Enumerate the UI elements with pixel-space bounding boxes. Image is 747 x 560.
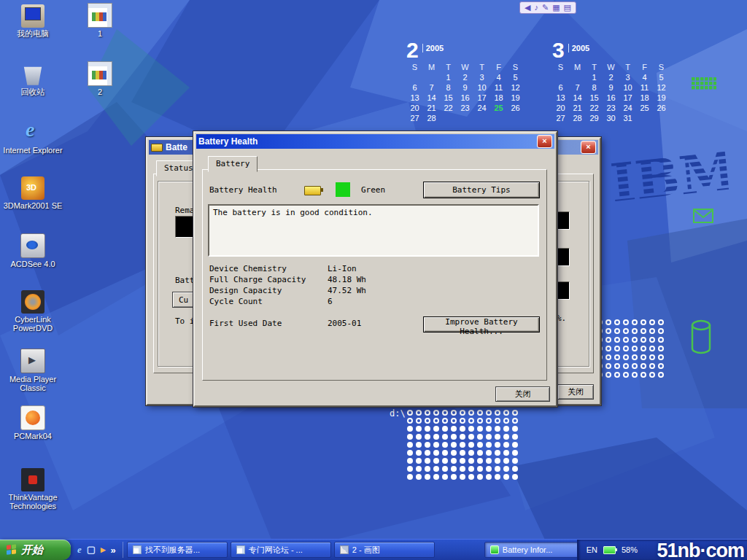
- desktop-file-label: 1: [98, 29, 102, 38]
- my-computer-icon: [21, 4, 44, 28]
- close-icon[interactable]: ×: [537, 135, 552, 148]
- drive-label: d:\: [390, 408, 406, 419]
- calendar-date: 26: [653, 104, 670, 112]
- calendar-date: 13: [552, 93, 569, 102]
- calendar-date: 3: [619, 73, 636, 82]
- calendar-date: 1: [586, 73, 603, 82]
- media-player-icon[interactable]: ▸: [101, 544, 106, 556]
- desktop-icon-mpc[interactable]: Media Player Classic: [1, 349, 64, 392]
- desktop-icon-benchmark[interactable]: 3DMark2001 SE: [1, 176, 64, 210]
- calendar-date: 16: [603, 93, 619, 102]
- close-button[interactable]: 关闭: [557, 384, 594, 400]
- language-indicator[interactable]: EN: [587, 545, 597, 554]
- calendar-day-header: S: [406, 63, 423, 71]
- pen-icon[interactable]: ✎: [542, 3, 549, 12]
- desktop-icon-acdsee[interactable]: ACDSee 4.0: [1, 233, 64, 268]
- calendar-3-2005: 32005SMTWTFS1234567891011121314151617181…: [552, 39, 670, 122]
- show-desktop-icon[interactable]: ▢: [87, 544, 96, 556]
- task-buttons-area: 找不到服务器...专门网论坛 - ...2 - 画图Battery Infor.…: [123, 542, 577, 558]
- mpc-icon: [20, 349, 45, 373]
- close-icon[interactable]: ×: [581, 141, 596, 154]
- quick-launch: e ▢ ▸ »: [71, 542, 123, 558]
- condition-textbox[interactable]: The battery is in good condition.: [208, 204, 539, 257]
- task-label: 专门网论坛 - ...: [249, 545, 303, 556]
- battery-tray-icon[interactable]: [603, 546, 616, 554]
- paint-icon: [340, 545, 349, 554]
- calendar-date: 21: [569, 104, 586, 112]
- improve-battery-health-button[interactable]: Improve Battery Health...: [423, 316, 540, 332]
- calendar-date: 18: [636, 93, 653, 102]
- dialog-titlebar[interactable]: Battery Health ×: [196, 134, 554, 149]
- input-arrow-icon[interactable]: ◀: [525, 3, 530, 12]
- calendar-date: [507, 114, 524, 122]
- calendar-2-2005: 22005SMTWTFS1234567891011121314151617181…: [406, 39, 524, 122]
- panel-icon[interactable]: ▤: [564, 3, 571, 12]
- internet-explorer-icon[interactable]: e: [77, 544, 82, 556]
- calendar-date: 15: [440, 93, 457, 102]
- row-value: Li-Ion: [328, 264, 357, 273]
- calendar-grid: SMTWTFS123456789101112131415161718192021…: [406, 63, 524, 122]
- calendar-date: [636, 114, 653, 122]
- battery-health-dialog: Battery Health × Battery Battery Health …: [193, 131, 557, 407]
- calendar-date: [457, 114, 473, 122]
- chevron-more-icon[interactable]: »: [111, 545, 116, 556]
- taskbar-task[interactable]: 专门网论坛 - ...: [231, 542, 331, 558]
- start-label: 开始: [21, 543, 43, 557]
- jpg-file-icon: [88, 3, 112, 28]
- sound-icon[interactable]: ♪: [534, 3, 538, 12]
- calendar-date: 28: [569, 114, 586, 122]
- calendar-date: 10: [473, 83, 490, 92]
- desktop-file[interactable]: 2: [69, 61, 131, 96]
- close-button[interactable]: 关闭: [495, 386, 550, 402]
- recycle-bin-icon: [21, 63, 44, 86]
- language-bar[interactable]: ◀♪✎▦▤: [519, 1, 576, 14]
- desktop-icon-ie[interactable]: Internet Explorer: [1, 121, 64, 155]
- soft-keyboard-icon[interactable]: ▦: [552, 3, 560, 12]
- calendar-day-header: S: [507, 63, 524, 71]
- desktop-icon-label: 回收站: [21, 88, 45, 96]
- calendar-date: 24: [473, 104, 490, 112]
- calendar-date: 30: [603, 114, 619, 122]
- taskbar-task[interactable]: 找不到服务器...: [127, 542, 228, 558]
- battery-tips-button[interactable]: Battery Tips: [423, 182, 540, 198]
- taskbar-task[interactable]: 2 - 画图: [334, 542, 435, 558]
- thinkvantage-icon: [21, 468, 44, 491]
- current-button[interactable]: Cu: [172, 292, 195, 308]
- calendar-date: 2: [457, 73, 473, 82]
- desktop-icon-recycle-bin[interactable]: 回收站: [1, 63, 64, 96]
- taskbar-task[interactable]: Battery Infor...: [484, 542, 577, 558]
- calendar-date: 18: [490, 93, 507, 102]
- task-label: 2 - 画图: [352, 545, 380, 556]
- calendar-year: 2005: [568, 44, 589, 52]
- desktop-file[interactable]: 1: [69, 3, 131, 38]
- calendar-date: 1: [440, 73, 457, 82]
- desktop-icon-powerdvd[interactable]: CyberLink PowerDVD: [1, 290, 64, 332]
- desktop-icon-thinkvantage[interactable]: ThinkVantage Technologies: [1, 468, 64, 510]
- calendar-date: 19: [507, 93, 524, 102]
- desktop-icon-my-computer[interactable]: 我的电脑: [1, 4, 64, 38]
- health-status-swatch: [336, 182, 350, 197]
- gauge-segment: [556, 281, 570, 300]
- calendar-date: 2: [603, 73, 619, 82]
- start-button[interactable]: 开始: [0, 540, 71, 560]
- calendar-day-header: T: [586, 63, 603, 71]
- tab-battery[interactable]: Battery: [208, 156, 258, 172]
- calendar-day-header: T: [473, 63, 490, 71]
- calendar-date: 22: [440, 104, 457, 112]
- calendar-date: 8: [586, 83, 603, 92]
- dialog-title: Battery Health: [198, 136, 258, 147]
- health-status-text: Green: [361, 185, 385, 195]
- battery-icon: [490, 545, 499, 554]
- to-text: To i: [175, 316, 195, 326]
- calendar-date: 17: [473, 93, 490, 102]
- calendar-date: 25: [636, 104, 653, 112]
- desktop-icon-pcmark[interactable]: PCMark04: [1, 405, 64, 440]
- calendar-day-header: M: [423, 63, 440, 71]
- calendar-date: 10: [619, 83, 636, 92]
- calendar-date: 4: [636, 73, 653, 82]
- calendar-day-header: T: [619, 63, 636, 71]
- first-used-value: 2005-01: [328, 319, 361, 328]
- calendar-day-header: S: [653, 63, 670, 71]
- battery-icon: [304, 186, 321, 195]
- calendar-date: 6: [552, 83, 569, 92]
